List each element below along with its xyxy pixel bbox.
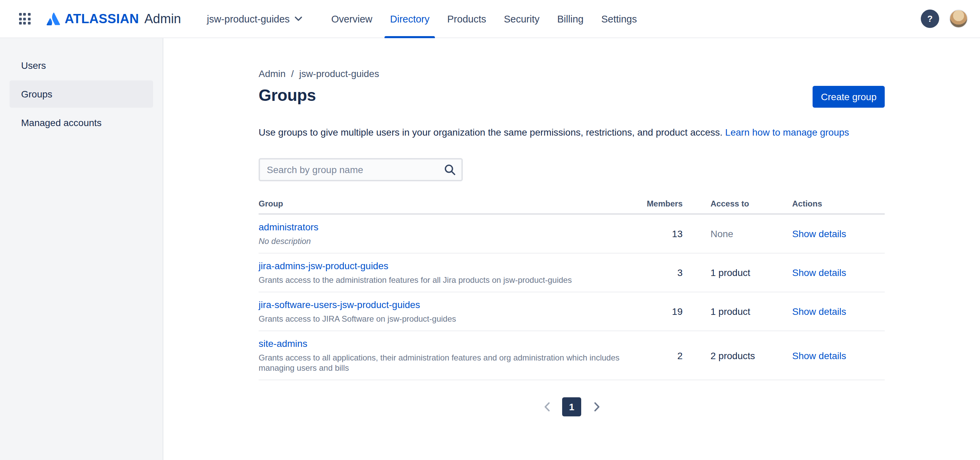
group-search (259, 158, 463, 181)
atlassian-admin-app: ATLASSIAN Admin jsw-product-guides Overv… (0, 0, 980, 460)
create-group-button[interactable]: Create group (813, 86, 885, 108)
access-to-value: 1 product (682, 267, 792, 278)
group-name-link[interactable]: site-admins (259, 338, 307, 349)
pagination: 1 (259, 397, 885, 417)
current-page-button[interactable]: 1 (562, 397, 581, 416)
user-avatar[interactable] (950, 10, 968, 28)
org-selector-dropdown[interactable]: jsw-product-guides (207, 13, 302, 24)
breadcrumb-org-link[interactable]: jsw-product-guides (299, 68, 379, 79)
show-details-link[interactable]: Show details (792, 350, 846, 361)
members-count: 2 (642, 350, 682, 361)
column-header-members: Members (642, 199, 682, 209)
help-icon: ? (927, 14, 933, 24)
nav-tab-directory[interactable]: Directory (381, 0, 438, 38)
actions-cell: Show details (792, 349, 885, 361)
learn-how-to-manage-groups-link[interactable]: Learn how to manage groups (725, 127, 849, 138)
table-row: administratorsNo description13NoneShow d… (259, 215, 885, 254)
description-text: Use groups to give multiple users in you… (259, 127, 722, 138)
group-description: No description (259, 236, 642, 247)
table-row: site-adminsGrants access to all applicat… (259, 331, 885, 380)
access-to-value: None (682, 228, 792, 239)
group-name-link[interactable]: jira-admins-jsw-product-guides (259, 260, 388, 271)
show-details-link[interactable]: Show details (792, 228, 846, 239)
group-name-link[interactable]: administrators (259, 222, 318, 232)
breadcrumb-separator: / (291, 68, 294, 79)
groups-table-body: administratorsNo description13NoneShow d… (259, 215, 885, 380)
sidebar-item-users[interactable]: Users (10, 52, 153, 79)
column-header-access: Access to (682, 199, 792, 209)
atlassian-logo[interactable]: ATLASSIAN Admin (45, 10, 181, 27)
main-content: Admin / jsw-product-guides Groups Create… (163, 38, 980, 460)
groups-table: Group Members Access to Actions administ… (259, 199, 885, 380)
nav-tab-billing[interactable]: Billing (549, 0, 592, 38)
org-selector-label: jsw-product-guides (207, 13, 290, 24)
group-description: Grants access to the administration feat… (259, 275, 642, 286)
breadcrumb-admin-link[interactable]: Admin (259, 68, 285, 79)
atlassian-mark-icon (45, 10, 63, 27)
column-header-group: Group (259, 199, 642, 209)
column-header-actions: Actions (792, 199, 885, 209)
actions-cell: Show details (792, 267, 885, 279)
atlassian-wordmark: ATLASSIAN (65, 11, 139, 26)
nav-tab-settings[interactable]: Settings (592, 0, 646, 38)
actions-cell: Show details (792, 228, 885, 240)
group-name-link[interactable]: jira-software-users-jsw-product-guides (259, 299, 420, 310)
nav-tab-security[interactable]: Security (495, 0, 549, 38)
sidebar-item-groups[interactable]: Groups (10, 80, 153, 108)
navbar-tabs: OverviewDirectoryProductsSecurityBilling… (322, 0, 646, 38)
chevron-down-icon (294, 16, 302, 21)
top-navbar: ATLASSIAN Admin jsw-product-guides Overv… (0, 0, 980, 38)
search-input[interactable] (259, 158, 463, 181)
group-cell: jira-admins-jsw-product-guidesGrants acc… (259, 260, 642, 286)
help-button[interactable]: ? (921, 10, 939, 28)
page-body: UsersGroupsManaged accounts Admin / jsw-… (0, 38, 980, 460)
admin-app-name: Admin (144, 11, 181, 26)
group-cell: administratorsNo description (259, 221, 642, 247)
table-row: jira-admins-jsw-product-guidesGrants acc… (259, 254, 885, 292)
show-details-link[interactable]: Show details (792, 267, 846, 278)
group-description: Grants access to JIRA Software on jsw-pr… (259, 314, 642, 324)
table-header-row: Group Members Access to Actions (259, 199, 885, 215)
actions-cell: Show details (792, 305, 885, 318)
app-switcher-grid-icon (19, 13, 30, 24)
previous-page-button[interactable] (539, 397, 554, 417)
page-description: Use groups to give multiple users in you… (259, 125, 885, 139)
breadcrumb: Admin / jsw-product-guides (259, 68, 885, 79)
chevron-right-icon (594, 402, 600, 412)
sidebar: UsersGroupsManaged accounts (0, 38, 163, 460)
table-row: jira-software-users-jsw-product-guidesGr… (259, 292, 885, 331)
nav-tab-overview[interactable]: Overview (322, 0, 381, 38)
members-count: 3 (642, 267, 682, 278)
navbar-right: ? (921, 10, 968, 28)
members-count: 19 (642, 306, 682, 317)
members-count: 13 (642, 228, 682, 239)
group-cell: jira-software-users-jsw-product-guidesGr… (259, 299, 642, 324)
sidebar-nav: UsersGroupsManaged accounts (0, 52, 163, 136)
next-page-button[interactable] (589, 397, 605, 417)
group-description: Grants access to all applications, their… (259, 353, 642, 374)
access-to-value: 1 product (682, 306, 792, 317)
group-cell: site-adminsGrants access to all applicat… (259, 337, 642, 374)
show-details-link[interactable]: Show details (792, 306, 846, 317)
nav-tab-products[interactable]: Products (438, 0, 495, 38)
app-switcher-button[interactable] (14, 8, 35, 30)
sidebar-item-managed-accounts[interactable]: Managed accounts (10, 109, 153, 136)
page-title: Groups (259, 86, 316, 105)
access-to-value: 2 products (682, 350, 792, 361)
chevron-left-icon (543, 402, 550, 412)
